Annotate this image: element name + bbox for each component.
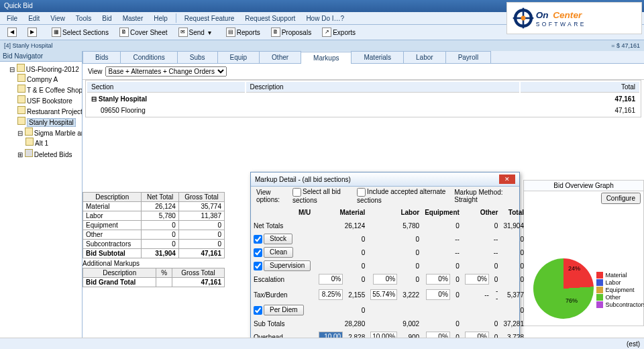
supervision-button[interactable]: Supervision <box>264 260 311 271</box>
menu-bid[interactable]: Bid <box>98 15 115 22</box>
menu-request-feature[interactable]: Request Feature <box>180 15 239 22</box>
back-icon: ◀ <box>7 28 17 37</box>
dialog-title: Markup Detail - (all bid sections) <box>255 176 351 183</box>
tab-conditions[interactable]: Conditions <box>120 51 177 63</box>
grid-icon: ▦ <box>52 28 61 37</box>
menu-edit[interactable]: Edit <box>24 15 44 22</box>
menu-how-do-i[interactable]: How Do I…? <box>302 15 348 22</box>
tab-payroll[interactable]: Payroll <box>445 51 492 63</box>
forward-icon: ▶ <box>28 28 37 37</box>
tree-item[interactable]: T & E Coffee Shop <box>17 84 80 95</box>
bid-totals: DescriptionNet TotalGross Total Material… <box>83 192 225 340</box>
export-icon: ↗ <box>322 28 331 37</box>
table-row[interactable]: 09650 Flooring47,161 <box>87 105 639 115</box>
proposal-icon: 🗎 <box>271 28 280 37</box>
content-area: Bids Conditions Subs Equip Other Markups… <box>83 51 644 340</box>
doc-icon: 🗎 <box>119 28 129 37</box>
svg-point-3 <box>521 16 525 21</box>
tab-strip: Bids Conditions Subs Equip Other Markups… <box>83 51 644 64</box>
perdiem-checkbox[interactable] <box>254 306 262 315</box>
stock-button[interactable]: Stock <box>264 234 292 244</box>
folder-icon <box>17 64 25 72</box>
report-icon: ▤ <box>226 28 235 37</box>
select-sections-button[interactable]: ▦Select Sections <box>48 27 112 38</box>
send-button[interactable]: ✉Send ▾ <box>175 27 215 38</box>
tab-equip[interactable]: Equip <box>217 51 260 63</box>
svg-text:Center: Center <box>553 10 582 20</box>
sections-table[interactable]: Section Description Total ⊟ Stanly Hospi… <box>85 80 641 117</box>
bid-total-header: = $ 47,161 <box>611 42 640 49</box>
configure-button[interactable]: Configure <box>601 193 641 204</box>
bid-navigator: Bid Navigator ⊟ US-Flooring-2012 Compny … <box>0 51 83 340</box>
svg-text:SOFTWARE: SOFTWARE <box>535 21 586 28</box>
bid-overview-graph: Bid Overview Graph Configure 24% 76% Mat… <box>523 180 644 326</box>
tab-markups[interactable]: Markups <box>301 52 352 64</box>
bid-header: [4] Stanly Hospital = $ 47,161 <box>0 40 644 51</box>
clean-button[interactable]: Clean <box>264 247 293 258</box>
menu-view[interactable]: View <box>46 15 69 22</box>
status-bar: (est) <box>0 338 644 349</box>
tree-item[interactable]: Restuarant Projects <box>17 105 80 116</box>
tab-materials[interactable]: Materials <box>351 51 404 63</box>
pie-chart: 24% 76% <box>533 258 594 319</box>
tab-bids[interactable]: Bids <box>83 51 121 63</box>
include-alt-checkbox[interactable]: Include accepted alternate sections <box>357 188 450 204</box>
menu-help[interactable]: Help <box>150 15 172 22</box>
nav-title: Bid Navigator <box>0 51 82 62</box>
clean-checkbox[interactable] <box>254 248 262 257</box>
tab-labor[interactable]: Labor <box>403 51 446 63</box>
svg-text:On: On <box>535 10 548 20</box>
proposals-button[interactable]: 🗎Proposals <box>268 27 315 38</box>
table-row[interactable]: ⊟ Stanly Hospital47,161 <box>87 94 639 104</box>
supervision-checkbox[interactable] <box>254 262 262 270</box>
tree-item[interactable]: Compny A <box>17 73 80 84</box>
tree-item[interactable]: Alt 1 <box>25 137 80 148</box>
view-select[interactable]: Base + Alternates + Change Orders <box>105 66 227 77</box>
menu-tools[interactable]: Tools <box>72 15 95 22</box>
tree-item-deleted[interactable]: ⊞ Deleted Bids <box>17 148 80 159</box>
tree-item[interactable]: ⊟ Sigma Marble and Tile Alt 1 <box>17 127 80 148</box>
tree-item-selected[interactable]: Stanly Hospital <box>17 116 80 127</box>
cover-sheet-button[interactable]: 🗎Cover Sheet <box>116 27 171 38</box>
exports-button[interactable]: ↗Exports <box>319 27 359 38</box>
markup-detail-dialog: Markup Detail - (all bid sections) ✕ Vie… <box>250 172 520 349</box>
nav-back-button[interactable]: ◀ <box>4 27 20 38</box>
app-title: Quick Bid <box>4 0 33 12</box>
tab-subs[interactable]: Subs <box>177 51 218 63</box>
tree-item[interactable]: USF Bookstore <box>17 95 80 105</box>
tab-other[interactable]: Other <box>259 51 301 63</box>
markup-table: M/UMaterialLaborEquipmentOtherTotal Net … <box>251 205 527 349</box>
mail-icon: ✉ <box>178 28 188 37</box>
nav-tree[interactable]: ⊟ US-Flooring-2012 Compny A T & E Coffee… <box>0 62 82 340</box>
select-all-checkbox[interactable]: Select all bid sections <box>292 188 353 204</box>
perdiem-button[interactable]: Per Diem <box>264 305 304 315</box>
stock-checkbox[interactable] <box>254 235 262 244</box>
nav-fwd-button[interactable]: ▶ <box>24 27 40 38</box>
reports-button[interactable]: ▤Reports <box>223 27 264 38</box>
menu-master[interactable]: Master <box>119 15 148 22</box>
menu-file[interactable]: File <box>3 15 21 22</box>
oncenter-logo: On Center SOFTWARE <box>506 2 642 34</box>
menu-request-support[interactable]: Request Support <box>241 15 299 22</box>
close-icon[interactable]: ✕ <box>499 174 515 184</box>
view-row: View Base + Alternates + Change Orders <box>83 64 644 80</box>
chart-legend: Material Labor Equipment Other Subcontra… <box>596 272 644 309</box>
